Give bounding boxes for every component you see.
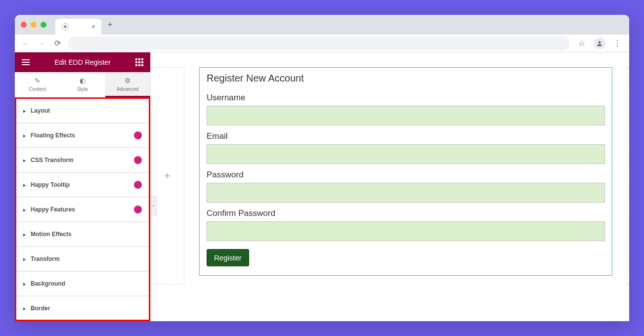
section-label: Happy Features bbox=[31, 206, 75, 213]
caret-right-icon: ▸ bbox=[23, 182, 26, 188]
caret-right-icon: ▸ bbox=[23, 256, 26, 262]
chrome-icon bbox=[61, 23, 69, 31]
password-input[interactable] bbox=[207, 183, 605, 203]
panel-title: Edit EDD Register bbox=[54, 58, 111, 66]
svg-point-1 bbox=[64, 25, 66, 28]
section-label: Happy Tooltip bbox=[31, 181, 70, 188]
tab-label: Content bbox=[29, 86, 46, 92]
username-input[interactable] bbox=[207, 106, 605, 126]
add-widget-icon[interactable]: + bbox=[164, 169, 171, 182]
elementor-panel: Edit EDD Register ✎ Content ◐ Style ⚙ Ad… bbox=[15, 52, 151, 321]
new-tab-button[interactable]: + bbox=[107, 20, 113, 30]
window-minimize-button[interactable] bbox=[31, 22, 37, 28]
section-label: Floating Effects bbox=[31, 132, 75, 139]
svg-point-2 bbox=[599, 41, 601, 43]
window-maximize-button[interactable] bbox=[41, 22, 46, 28]
window-controls bbox=[21, 22, 46, 28]
section-happy-features[interactable]: ▸ Happy Features bbox=[16, 198, 149, 221]
section-border[interactable]: ▸ Border bbox=[16, 296, 149, 320]
caret-right-icon: ▸ bbox=[23, 281, 26, 287]
section-label: Motion Effects bbox=[31, 231, 72, 238]
forward-button[interactable]: → bbox=[37, 39, 46, 48]
register-button[interactable]: Register bbox=[207, 249, 249, 266]
editor-canvas: ‹ + Register New Account Username Email … bbox=[151, 52, 629, 321]
section-label: CSS Transform bbox=[31, 157, 74, 164]
canvas-row: + Register New Account Username Email Pa… bbox=[151, 52, 629, 321]
browser-tab[interactable]: × bbox=[55, 19, 101, 35]
section-label: Border bbox=[31, 305, 50, 312]
advanced-sections-highlight: ▸ Layout ▸ Floating Effects ▸ CSS Transf… bbox=[15, 97, 150, 321]
tab-advanced[interactable]: ⚙ Advanced bbox=[105, 72, 150, 97]
section-motion-effects[interactable]: ▸ Motion Effects bbox=[16, 222, 149, 246]
password-label: Password bbox=[207, 170, 605, 180]
section-label: Layout bbox=[31, 107, 50, 114]
section-label: Transform bbox=[31, 255, 60, 262]
tab-style[interactable]: ◐ Style bbox=[60, 72, 105, 97]
section-label: Background bbox=[31, 280, 65, 287]
caret-right-icon: ▸ bbox=[23, 158, 26, 163]
panel-collapse-handle[interactable]: ‹ bbox=[151, 196, 157, 215]
grid-icon bbox=[135, 58, 143, 66]
back-button[interactable]: ← bbox=[21, 39, 31, 48]
section-happy-tooltip[interactable]: ▸ Happy Tooltip bbox=[16, 173, 149, 197]
panel-menu-button[interactable] bbox=[22, 59, 30, 65]
section-layout[interactable]: ▸ Layout bbox=[16, 99, 149, 123]
happy-addons-badge-icon bbox=[134, 131, 142, 139]
panel-header: Edit EDD Register bbox=[15, 52, 150, 72]
hamburger-icon bbox=[22, 59, 30, 65]
contrast-icon: ◐ bbox=[80, 77, 86, 84]
tab-label: Advanced bbox=[117, 86, 138, 92]
pencil-icon: ✎ bbox=[35, 77, 41, 84]
form-column: Register New Account Username Email Pass… bbox=[184, 67, 627, 321]
caret-right-icon: ▸ bbox=[23, 207, 26, 212]
section-floating-effects[interactable]: ▸ Floating Effects bbox=[16, 124, 149, 147]
browser-menu-icon[interactable]: ⋮ bbox=[611, 39, 623, 48]
window-close-button[interactable] bbox=[21, 22, 27, 28]
url-bar[interactable] bbox=[68, 37, 570, 50]
caret-right-icon: ▸ bbox=[23, 232, 26, 237]
page-content: Edit EDD Register ✎ Content ◐ Style ⚙ Ad… bbox=[15, 52, 629, 321]
profile-avatar[interactable] bbox=[594, 38, 605, 49]
username-label: Username bbox=[207, 93, 605, 103]
edd-register-widget[interactable]: Register New Account Username Email Pass… bbox=[199, 67, 612, 276]
happy-addons-badge-icon bbox=[134, 156, 142, 164]
caret-right-icon: ▸ bbox=[23, 133, 26, 138]
widgets-grid-button[interactable] bbox=[135, 58, 143, 66]
browser-window: × + ← → ⟳ ☆ ⋮ Edit EDD Register bbox=[15, 15, 629, 321]
caret-right-icon: ▸ bbox=[23, 108, 26, 114]
happy-addons-badge-icon bbox=[134, 206, 142, 213]
tab-content[interactable]: ✎ Content bbox=[15, 72, 60, 97]
section-transform[interactable]: ▸ Transform bbox=[16, 247, 149, 271]
browser-toolbar: ← → ⟳ ☆ ⋮ bbox=[15, 35, 629, 52]
browser-tab-strip: × + bbox=[15, 15, 629, 35]
caret-right-icon: ▸ bbox=[23, 306, 26, 311]
panel-tabs: ✎ Content ◐ Style ⚙ Advanced bbox=[15, 72, 150, 97]
tab-close-icon[interactable]: × bbox=[91, 23, 95, 31]
empty-column-left[interactable]: + bbox=[151, 67, 184, 285]
bookmark-star-icon[interactable]: ☆ bbox=[576, 39, 588, 48]
email-input[interactable] bbox=[207, 144, 605, 164]
happy-addons-badge-icon bbox=[134, 181, 142, 189]
confirm-password-label: Confirm Password bbox=[207, 209, 605, 218]
confirm-password-input[interactable] bbox=[207, 221, 605, 241]
email-label: Email bbox=[207, 131, 605, 141]
reload-button[interactable]: ⟳ bbox=[52, 39, 62, 48]
gear-icon: ⚙ bbox=[125, 77, 131, 84]
empty-column-right[interactable] bbox=[627, 67, 629, 285]
section-css-transform[interactable]: ▸ CSS Transform bbox=[16, 148, 149, 172]
section-background[interactable]: ▸ Background bbox=[16, 272, 149, 295]
tab-label: Style bbox=[77, 86, 88, 92]
form-legend: Register New Account bbox=[207, 73, 605, 84]
